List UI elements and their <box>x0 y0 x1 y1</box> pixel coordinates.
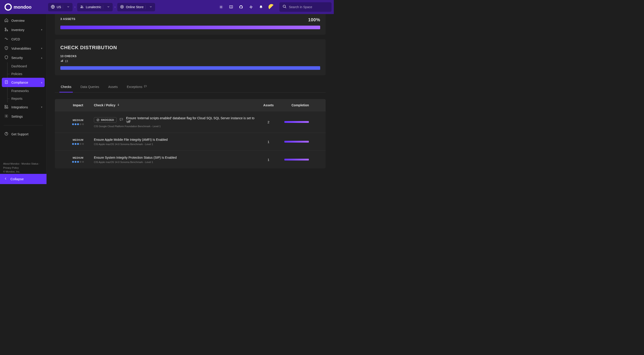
github-icon[interactable] <box>238 4 244 10</box>
assets-cell: 1 <box>255 158 282 162</box>
sidebar-item-label: CI/CD <box>11 38 20 41</box>
sidebar-item-vulnerabilities[interactable]: Vulnerabilities ▾ <box>2 44 45 53</box>
logo-icon <box>4 4 12 11</box>
table-row[interactable]: MEDIUMSNOOZEDEnsure 'external scripts en… <box>55 111 326 132</box>
sidebar-item-support[interactable]: Get Support <box>2 130 45 139</box>
check-cell: Ensure Apple Mobile File Integrity (AMFI… <box>94 138 255 146</box>
comment-icon <box>119 118 123 122</box>
avatar[interactable] <box>268 4 274 10</box>
impact-label: MEDIUM <box>62 138 94 141</box>
search-field[interactable] <box>289 5 328 9</box>
sidebar-item-label: Vulnerabilities <box>11 47 31 50</box>
chevron-down-icon <box>67 5 70 9</box>
footer-status[interactable]: Mondoo Status <box>22 162 38 165</box>
tab-label: Exceptions <box>127 85 142 89</box>
globe-icon <box>51 5 55 10</box>
chevron-up-icon: ▴ <box>41 56 42 59</box>
crumb-region[interactable]: US <box>48 3 72 11</box>
sidebar-sub-dashboard[interactable]: Dashboard <box>2 62 45 70</box>
svg-point-32 <box>6 134 6 135</box>
footer-privacy[interactable]: Privacy Policy <box>3 166 18 169</box>
assets-card: 3 ASSETS 100% <box>55 14 326 35</box>
completion-cell <box>282 141 318 142</box>
check-policy: CIS Apple macOS 14.0 Sonoma Benchmark - … <box>94 161 255 164</box>
sidebar-item-inventory[interactable]: Inventory ▾ <box>2 25 45 34</box>
impact-label: MEDIUM <box>62 156 94 159</box>
check-cell: Ensure System Integrity Protection Statu… <box>94 156 255 164</box>
table-header-row: Impact Check / Policy Assets Completion <box>55 99 326 111</box>
sidebar-item-label: Inventory <box>11 28 24 32</box>
sidebar-sub-frameworks[interactable]: Frameworks <box>2 87 45 95</box>
sidebar-item-compliance[interactable]: Compliance ▴ <box>2 78 45 87</box>
checks-table: Impact Check / Policy Assets Completion <box>55 99 326 168</box>
sidebar-sub-reports[interactable]: Reports <box>2 95 45 102</box>
th-completion[interactable]: Completion <box>282 103 318 107</box>
sun-icon[interactable] <box>218 4 224 10</box>
sidebar-item-settings[interactable]: Settings <box>2 112 45 121</box>
assets-cell: 1 <box>255 140 282 144</box>
sidebar-item-integrations[interactable]: Integrations ▾ <box>2 102 45 112</box>
tab-data-queries[interactable]: Data Queries <box>79 82 100 92</box>
chevron-left-icon <box>4 177 7 181</box>
completion-bar <box>284 159 309 160</box>
tab-label: Assets <box>108 85 118 89</box>
gear-icon <box>4 114 8 119</box>
breadcrumb-separator: › <box>114 6 116 8</box>
sidebar-item-cicd[interactable]: CI/CD <box>2 34 45 44</box>
tree-icon <box>4 28 8 32</box>
grid-plus-icon <box>4 105 8 110</box>
crumb-region-label: US <box>57 5 61 9</box>
svg-rect-21 <box>5 28 6 29</box>
sidebar-item-label: Security <box>11 56 23 60</box>
sidebar-item-label: Settings <box>11 115 23 118</box>
main-content: 3 ASSETS 100% CHECK DISTRIBUTION 13 CHEC… <box>47 14 334 184</box>
sidebar-sub-policies[interactable]: Policies <box>2 70 45 78</box>
footer-about[interactable]: About Mondoo <box>3 162 20 165</box>
check-title: Ensure System Integrity Protection Statu… <box>94 156 177 159</box>
table-row[interactable]: MEDIUMEnsure System Integrity Protection… <box>55 150 326 168</box>
search-input[interactable] <box>279 2 332 12</box>
home-icon <box>4 18 8 23</box>
crumb-space[interactable]: Online Store <box>117 3 155 11</box>
logo[interactable]: mondoo <box>2 4 45 11</box>
tab-exceptions[interactable]: Exceptions <box>126 82 148 92</box>
bell-icon[interactable] <box>258 4 264 10</box>
svg-point-2 <box>82 6 83 6</box>
table-row[interactable]: MEDIUMEnsure Apple Mobile File Integrity… <box>55 132 326 150</box>
svg-point-6 <box>220 6 222 8</box>
tab-checks[interactable]: Checks <box>60 82 73 92</box>
sidebar-item-label: Dashboard <box>11 64 27 68</box>
topbar: mondoo US › Lunalectric › <box>0 0 334 14</box>
sidebar-item-label: Get Support <box>11 132 28 136</box>
impact-label: MEDIUM <box>62 119 94 122</box>
tabs: Checks Data Queries Assets Exceptions <box>55 82 326 93</box>
impact-cell: MEDIUM <box>62 138 94 145</box>
checks-sub-value: 13 <box>65 60 68 63</box>
collapse-button[interactable]: Collapse <box>0 174 46 184</box>
sidebar-item-security[interactable]: Security ▴ <box>2 53 45 62</box>
chevron-down-icon <box>149 5 152 9</box>
footer-copyright: © Mondoo, Inc. <box>3 170 20 173</box>
bar-chart-icon <box>60 59 64 63</box>
crumb-org[interactable]: Lunalectric <box>77 3 113 11</box>
th-impact[interactable]: Impact <box>62 103 94 107</box>
svg-rect-28 <box>5 107 6 108</box>
sidebar-item-overview[interactable]: Overview <box>2 16 45 25</box>
search-icon <box>282 4 287 10</box>
checks-progress-bar <box>60 66 320 70</box>
slack-icon[interactable] <box>248 4 254 10</box>
svg-point-5 <box>122 6 122 7</box>
logo-text: mondoo <box>14 4 32 10</box>
th-check[interactable]: Check / Policy <box>94 103 255 107</box>
svg-line-20 <box>285 7 286 8</box>
svg-rect-16 <box>251 7 252 7</box>
sidebar: Overview Inventory ▾ CI/CD Vulnerabilit <box>0 14 47 184</box>
breadcrumb-separator: › <box>74 6 75 8</box>
impact-dots <box>62 161 94 163</box>
svg-rect-15 <box>251 6 251 7</box>
book-icon[interactable] <box>228 4 234 10</box>
tab-assets[interactable]: Assets <box>107 82 119 92</box>
sidebar-footer: About Mondoo · Mondoo Status · Privacy P… <box>0 162 46 174</box>
svg-rect-35 <box>62 60 63 62</box>
th-assets[interactable]: Assets <box>255 103 282 107</box>
